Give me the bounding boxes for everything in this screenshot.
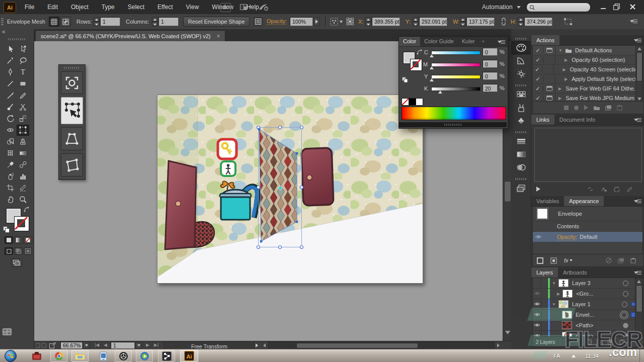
show-desktop-button[interactable]: [639, 349, 644, 362]
draw-inside-button[interactable]: [24, 247, 32, 255]
default-colors-mini-icon[interactable]: [402, 77, 408, 83]
y-input[interactable]: 292.091 pt: [419, 17, 447, 26]
control-bar-menu-icon[interactable]: [630, 19, 638, 24]
color-panel-icon[interactable]: [511, 41, 531, 54]
horizontal-scrollbar-thumb[interactable]: [296, 343, 418, 348]
menu-select[interactable]: Select: [121, 0, 151, 14]
stop-icon[interactable]: [564, 106, 569, 110]
go-to-link-icon[interactable]: [600, 187, 607, 192]
status-menu-icon[interactable]: [256, 343, 258, 347]
free-distort-tool-button[interactable]: [61, 153, 83, 176]
appearance-row-envelope[interactable]: Envelope: [533, 207, 642, 221]
update-link-icon[interactable]: [613, 186, 620, 192]
horizontal-scrollbar[interactable]: [268, 342, 495, 349]
menu-effect[interactable]: Effect: [151, 0, 179, 14]
appearance-menu-icon[interactable]: [634, 199, 642, 204]
symbols-panel-icon[interactable]: ♣: [511, 114, 531, 127]
mesh-tool[interactable]: [4, 148, 17, 159]
history-icons[interactable]: [36, 343, 47, 348]
stroke-proxy[interactable]: [410, 59, 422, 71]
vertical-scrollbar-thumb[interactable]: [504, 181, 511, 202]
swatches-panel-icon[interactable]: [511, 88, 531, 101]
menu-edit[interactable]: Edit: [41, 0, 64, 14]
artboard[interactable]: [157, 95, 423, 284]
pencil-tool[interactable]: [17, 90, 29, 101]
next-artboard-icon[interactable]: ▶: [146, 342, 149, 347]
new-sublayer-icon[interactable]: [597, 339, 603, 344]
selection-tool[interactable]: [4, 44, 17, 55]
close-button[interactable]: [624, 2, 640, 12]
magic-wand-tool[interactable]: [4, 55, 17, 66]
black-input[interactable]: 20: [482, 84, 498, 92]
columns-stepper[interactable]: [152, 17, 158, 26]
target-icon[interactable]: [623, 333, 628, 337]
columns-input[interactable]: 1: [158, 17, 179, 26]
shape-builder-tool[interactable]: [4, 136, 17, 147]
draw-behind-button[interactable]: [14, 247, 23, 255]
new-action-icon[interactable]: [605, 105, 612, 111]
width-tool[interactable]: [4, 125, 17, 136]
duplicate-item-icon[interactable]: [618, 258, 624, 263]
new-fill-icon[interactable]: [550, 257, 557, 264]
search-input[interactable]: [526, 3, 591, 12]
last-artboard-icon[interactable]: ▶|: [154, 342, 158, 347]
envelope-mesh-grid-button[interactable]: [49, 17, 59, 27]
recolor-artwork-icon[interactable]: [330, 18, 343, 26]
color-guide-panel-icon[interactable]: [511, 54, 531, 67]
layer-row[interactable]: Envel...: [533, 310, 642, 320]
layers-scrollbar[interactable]: [635, 278, 642, 337]
kuler-panel-icon[interactable]: [511, 67, 531, 80]
gradient-tool[interactable]: [17, 148, 29, 159]
opacity-label[interactable]: Opacity:: [267, 18, 287, 25]
menu-type[interactable]: Type: [95, 0, 121, 14]
transform-bounding-icon[interactable]: [564, 18, 573, 26]
taskbar-chrome[interactable]: [50, 350, 67, 362]
scissors-tool[interactable]: [17, 102, 29, 113]
delete-layer-icon[interactable]: [619, 339, 625, 345]
y-stepper[interactable]: [413, 17, 419, 26]
minimize-button[interactable]: [597, 2, 610, 12]
reset-envelope-shape-button[interactable]: Reset Envelope Shape: [183, 17, 250, 27]
show-link-info-icon[interactable]: [536, 187, 540, 192]
start-button[interactable]: [4, 349, 18, 362]
relink-icon[interactable]: [587, 187, 594, 192]
appearance-row-opacity[interactable]: Opacity: Default: [533, 232, 642, 242]
artboards-panel-icon[interactable]: [511, 182, 531, 195]
cs-live-icon[interactable]: [258, 3, 269, 12]
taskbar-node-app[interactable]: [158, 350, 175, 362]
edit-original-icon[interactable]: [627, 186, 633, 192]
layer-row[interactable]: ▼ Layer 1: [533, 299, 642, 310]
black-swatch[interactable]: [409, 98, 416, 106]
white-swatch[interactable]: [416, 98, 423, 106]
collapse-tools-icon[interactable]: «: [2, 28, 6, 35]
scroll-left-icon[interactable]: [263, 343, 266, 347]
artboard-tool[interactable]: [4, 183, 17, 194]
tools-grip[interactable]: [8, 38, 26, 40]
h-stepper[interactable]: [518, 17, 524, 26]
w-stepper[interactable]: [460, 17, 466, 26]
prev-artboard-icon[interactable]: ◀: [104, 342, 107, 347]
target-icon[interactable]: [622, 302, 627, 307]
new-stroke-icon[interactable]: [537, 257, 543, 264]
tab-actions[interactable]: Actions: [531, 35, 559, 45]
brushes-panel-icon[interactable]: [511, 101, 531, 114]
show-hidden-icons[interactable]: [572, 354, 576, 357]
taskbar-app-2[interactable]: [95, 350, 112, 362]
stroke-color-well[interactable]: [14, 216, 29, 231]
constrain-proportions-icon[interactable]: [500, 18, 508, 26]
delete-item-icon[interactable]: [630, 257, 636, 263]
none-mode-button[interactable]: [24, 236, 32, 244]
taskbar-clock[interactable]: 11:34: [585, 349, 599, 362]
stroke-panel-icon[interactable]: [511, 135, 531, 148]
tab-kuler[interactable]: Kuler: [458, 37, 479, 46]
direct-selection-tool[interactable]: [17, 44, 29, 55]
opacity-dropdown-arrow[interactable]: [313, 17, 320, 26]
pen-tool[interactable]: [4, 67, 17, 78]
opacity-input[interactable]: 100%: [290, 17, 313, 26]
scroll-down-icon[interactable]: [505, 331, 510, 334]
taskbar-illustrator[interactable]: Ai: [180, 350, 198, 362]
dock-grip[interactable]: [515, 131, 527, 133]
color-spectrum[interactable]: [401, 107, 506, 120]
yellow-slider[interactable]: [431, 75, 480, 79]
new-layer-icon[interactable]: [608, 339, 614, 345]
